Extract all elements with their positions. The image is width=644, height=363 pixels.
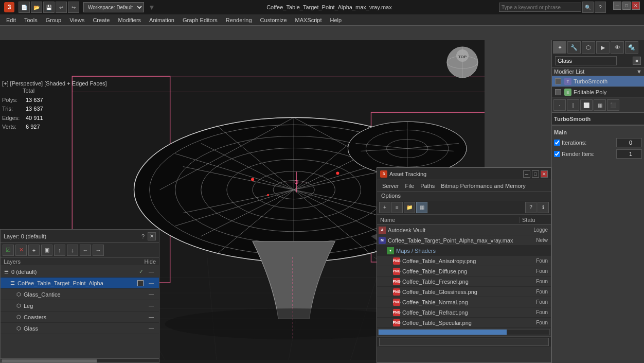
iterations-checkbox[interactable] — [554, 140, 560, 146]
menu-maxscript[interactable]: MAXScript — [291, 14, 326, 26]
asset-help-btn[interactable]: ? — [525, 202, 536, 213]
menu-animation[interactable]: Animation — [145, 14, 178, 26]
asset-table-btn[interactable]: ▦ — [416, 202, 427, 213]
asset-row-diffuse[interactable]: PNG Coffee_Table_Diffuse.png Foun — [377, 266, 551, 276]
layer-item-coffee-table[interactable]: ☰ Coffee_Table_Target_Point_Alpha — — [1, 278, 159, 289]
help-btn[interactable]: ? — [595, 2, 606, 13]
layers-list[interactable]: ☰ 0 (default) ✓ — ☰ Coffee_Table_Target_… — [1, 266, 159, 337]
layers-scrollbar[interactable] — [1, 358, 159, 362]
asset-refract-icon: PNG — [392, 308, 401, 317]
asset-tracking-window: 3 Asset Tracking ─ □ ✕ Server File Paths… — [377, 167, 551, 363]
asset-row-glossiness[interactable]: PNG Coffee_Table_Glossiness.png Foun — [377, 287, 551, 297]
layer-move-left-btn[interactable]: ← — [80, 245, 91, 256]
undo-btn[interactable]: ↩ — [56, 2, 67, 13]
sub-vertex-btn[interactable]: · — [553, 99, 566, 111]
asset-menu-options-item[interactable]: Options — [381, 193, 401, 199]
modifier-editpoly-checkbox[interactable] — [555, 89, 561, 95]
open-btn[interactable]: 📂 — [31, 2, 42, 13]
iterations-input[interactable] — [616, 138, 642, 147]
layer-coffee-table-child-vis: — — [146, 337, 157, 337]
layer-glass-cantice-vis: — — [146, 291, 157, 297]
layer-select-btn[interactable]: ▣ — [41, 245, 52, 256]
redo-btn[interactable]: ↪ — [68, 2, 79, 13]
asset-close-btn[interactable]: ✕ — [541, 170, 548, 178]
modifier-turbosmooth-checkbox[interactable] — [555, 78, 561, 84]
menu-graph-editors[interactable]: Graph Editors — [178, 14, 222, 26]
layers-scrollbar-thumb[interactable] — [2, 359, 97, 362]
sub-element-btn[interactable]: ⬛ — [607, 99, 619, 111]
asset-row-refract[interactable]: PNG Coffee_Table_Refract.png Foun — [377, 307, 551, 318]
asset-row-fresnel[interactable]: PNG Coffee_Table_Fresnel.png Foun — [377, 276, 551, 287]
menu-help[interactable]: Help — [326, 14, 346, 26]
layer-item-coasters[interactable]: ⬡ Coasters — — [1, 312, 159, 323]
layer-active-btn[interactable]: ☑ — [3, 245, 14, 256]
utilities-panel-btn[interactable]: 🔩 — [625, 41, 638, 54]
menu-rendering[interactable]: Rendering — [222, 14, 256, 26]
asset-menu-bitmap[interactable]: Bitmap Performance and Memory — [438, 180, 528, 192]
hierarchy-panel-btn[interactable]: ⬡ — [582, 41, 595, 54]
close-btn[interactable]: ✕ — [632, 2, 640, 10]
asset-menu-paths[interactable]: Paths — [417, 180, 438, 192]
color-swatch[interactable]: ■ — [633, 57, 641, 65]
search-input[interactable] — [499, 3, 581, 12]
asset-folder-btn[interactable]: 📁 — [404, 202, 415, 213]
search-btn[interactable]: 🔍 — [582, 2, 594, 13]
asset-row-normal[interactable]: PNG Coffee_Table_Normal.png Foun — [377, 297, 551, 307]
asset-menu-file[interactable]: File — [402, 180, 417, 192]
asset-menu-server[interactable]: Server — [379, 180, 402, 192]
sub-poly-btn[interactable]: ▦ — [594, 99, 606, 111]
new-btn[interactable]: 📄 — [19, 2, 30, 13]
layer-move-right-btn[interactable]: → — [93, 245, 104, 256]
layers-close-btn[interactable]: ✕ — [148, 232, 156, 240]
asset-fresnel-status: Foun — [519, 279, 550, 284]
asset-row-specular[interactable]: PNG Coffee_Table_Specular.png Foun — [377, 318, 551, 328]
asset-add-btn[interactable]: + — [379, 202, 390, 213]
modifier-editpoly[interactable]: E Editable Poly — [552, 87, 644, 98]
asset-row-maps[interactable]: ▼ Maps / Shaders — [377, 246, 551, 256]
asset-row-maxfile[interactable]: M Coffee_Table_Target_Point_Alpha_max_vr… — [377, 235, 551, 246]
asset-list-btn[interactable]: ≡ — [391, 202, 403, 213]
asset-status-input[interactable] — [379, 338, 549, 346]
layer-delete-btn[interactable]: ✕ — [15, 245, 27, 256]
minimize-btn[interactable]: ─ — [613, 2, 621, 10]
menu-customize[interactable]: Customize — [256, 14, 291, 26]
layer-item-coffee-table-child[interactable]: ⬡ Coffee_Table_Target_Point_Alpha — — [1, 334, 159, 337]
asset-info-btn[interactable]: ℹ — [538, 202, 549, 213]
layer-move-down-btn[interactable]: ↓ — [67, 245, 78, 256]
asset-row-autodesk[interactable]: A Autodesk Vault Logge — [377, 225, 551, 235]
menu-edit[interactable]: Edit — [2, 14, 20, 26]
menu-create[interactable]: Create — [88, 14, 114, 26]
object-name-input[interactable] — [555, 56, 617, 65]
navigation-sphere[interactable]: TOP — [444, 44, 480, 80]
layer-item-glass-cantice[interactable]: ⬡ Glass_Cantice — — [1, 289, 159, 300]
asset-row-anisotropy[interactable]: PNG Coffee_Table_Anisotropy.png Foun — [377, 256, 551, 266]
create-panel-btn[interactable]: ✦ — [553, 41, 566, 54]
sub-border-btn[interactable]: ⬜ — [580, 99, 593, 111]
menu-tools[interactable]: Tools — [20, 14, 42, 26]
asset-status-bar — [377, 336, 551, 347]
render-iters-input[interactable] — [616, 149, 642, 159]
menu-group[interactable]: Group — [42, 14, 66, 26]
modifier-turbosmooth[interactable]: T TurboSmooth — [552, 76, 644, 87]
layer-move-up-btn[interactable]: ↑ — [54, 245, 65, 256]
layer-glass-vis: — — [146, 325, 157, 331]
layer-add-btn[interactable]: + — [28, 245, 40, 256]
motion-panel-btn[interactable]: ▶ — [596, 41, 610, 54]
asset-maximize-btn[interactable]: □ — [532, 170, 539, 178]
display-panel-btn[interactable]: 👁 — [611, 41, 624, 54]
asset-list[interactable]: A Autodesk Vault Logge M Coffee_Table_Ta… — [377, 225, 551, 328]
maximize-btn[interactable]: □ — [622, 2, 631, 10]
workspace-selector[interactable]: Workspace: Default — [83, 2, 144, 12]
layer-item-glass[interactable]: ⬡ Glass — — [1, 323, 159, 334]
menu-modifiers[interactable]: Modifiers — [114, 14, 145, 26]
layer-glass-name: Glass — [24, 325, 146, 332]
menu-views[interactable]: Views — [65, 14, 88, 26]
layer-coffee-table-box — [137, 280, 144, 286]
sub-edge-btn[interactable]: | — [567, 99, 579, 111]
asset-minimize-btn[interactable]: ─ — [523, 170, 530, 178]
modify-panel-btn[interactable]: 🔧 — [567, 41, 581, 54]
layer-item-leg[interactable]: ⬡ Leg — — [1, 300, 159, 312]
layer-item-0[interactable]: ☰ 0 (default) ✓ — — [1, 266, 159, 278]
save-btn[interactable]: 💾 — [43, 2, 55, 13]
render-iters-checkbox[interactable] — [554, 151, 560, 157]
